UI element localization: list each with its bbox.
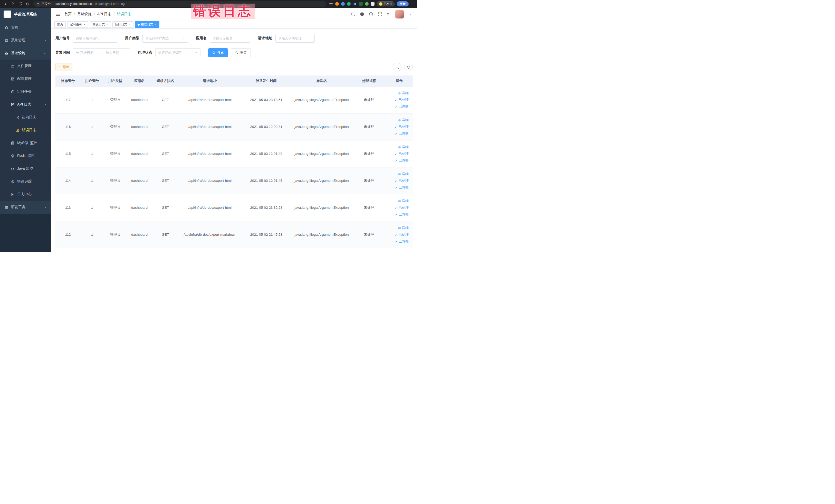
avatar[interactable] [395, 10, 404, 19]
mark-processed-link[interactable]: 已处理 [387, 123, 409, 130]
date-range-picker[interactable]: - [73, 48, 130, 57]
eye-icon [398, 119, 401, 122]
close-icon[interactable] [155, 23, 157, 26]
request-url-field[interactable] [278, 37, 312, 40]
sidebar-item-infra[interactable]: 基础设施 [0, 47, 51, 60]
toggle-search-button[interactable] [393, 63, 402, 72]
tab-error-log[interactable]: 错误日志 [135, 21, 159, 28]
detail-link[interactable]: 详细 [387, 144, 409, 150]
app-name-input[interactable] [210, 34, 250, 43]
table-header-row: 日志编号 用户编号 用户类型 应用名 请求方法名 请求地址 异常发生时间 异常名… [56, 76, 413, 86]
detail-link[interactable]: 详细 [387, 90, 409, 97]
extension-icon-leaf[interactable] [365, 2, 369, 6]
extension-icon-blue[interactable] [341, 2, 345, 6]
sidebar-item-java-monitor[interactable]: Java 监控 [0, 162, 51, 175]
process-status-select[interactable]: 请选择处理状态 [155, 48, 201, 57]
detail-link[interactable]: 详细 [387, 171, 409, 177]
mark-ignored-link[interactable]: 已忽略 [387, 130, 409, 137]
browser-menu-kebab-icon[interactable] [411, 2, 415, 6]
close-icon[interactable] [83, 23, 86, 26]
tab-schedule-log[interactable]: 调度日志 [90, 21, 111, 28]
ignored-link-label: 已忽略 [399, 239, 409, 243]
extension-grid-icon[interactable] [353, 2, 357, 6]
search-button[interactable]: 搜索 [208, 48, 228, 57]
app-title: 芋道管理系统 [14, 12, 37, 17]
sidebar-item-system[interactable]: 系统管理 [0, 34, 51, 47]
extensions-puzzle-icon[interactable] [371, 2, 374, 6]
export-button[interactable]: 导出 [56, 63, 73, 71]
search-icon[interactable] [351, 12, 355, 16]
end-date-field[interactable] [106, 51, 127, 55]
sidebar-logo[interactable]: 芋道管理系统 [0, 8, 51, 21]
breadcrumb-infra[interactable]: 基础设施 [77, 12, 95, 16]
refresh-table-button[interactable] [404, 63, 413, 72]
user-type-select[interactable]: 请选择用户类型 [142, 34, 188, 43]
sidebar-item-file-manage[interactable]: 文件管理 [0, 60, 51, 73]
ignored-link-label: 已忽略 [399, 132, 409, 135]
start-date-field[interactable] [80, 51, 102, 55]
detail-link[interactable]: 详细 [387, 198, 409, 204]
bookmark-star-icon[interactable] [329, 2, 333, 6]
extension-icon-orange[interactable] [335, 2, 339, 6]
cell-user-type: 管理员 [104, 86, 127, 113]
mark-ignored-link[interactable]: 已忽略 [387, 238, 409, 245]
sidebar-item-devtools[interactable]: 研发工具 [0, 201, 51, 214]
sidebar-item-mysql-monitor[interactable]: MySQL 监控 [0, 137, 51, 149]
detail-link[interactable]: 详细 [387, 117, 409, 123]
extension-icon-green[interactable] [347, 2, 351, 6]
fullscreen-icon[interactable] [378, 12, 382, 16]
cell-user-type: 管理员 [104, 113, 127, 140]
breadcrumb-home[interactable]: 首页 [64, 12, 75, 16]
address-bar[interactable]: 不安全 dashboard.yudao.iocoder.cn/infra/log… [33, 1, 326, 7]
sidebar-item-redis-monitor[interactable]: Redis 监控 [0, 149, 51, 162]
mark-processed-link[interactable]: 已处理 [387, 97, 409, 103]
mark-processed-link[interactable]: 已处理 [387, 150, 409, 157]
reload-icon[interactable] [17, 1, 23, 7]
mark-ignored-link[interactable]: 已忽略 [387, 184, 409, 191]
mark-processed-link[interactable]: 已处理 [387, 177, 409, 184]
logo-avatar [4, 11, 11, 18]
user-id-input[interactable] [73, 34, 117, 43]
browser-home-icon[interactable] [24, 1, 30, 7]
extension-icon-on-badge[interactable] [359, 2, 363, 6]
sidebar-item-access-log[interactable]: 访问日志 [0, 111, 51, 124]
back-icon[interactable] [3, 1, 9, 7]
sidebar-item-api-log[interactable]: API 日志 [0, 98, 51, 111]
sidebar-item-label: 研发工具 [11, 205, 25, 209]
caret-down-icon[interactable] [408, 12, 413, 16]
mark-processed-link[interactable]: 已处理 [387, 231, 409, 238]
sidebar-item-log-center[interactable]: 日志中心 [0, 188, 51, 201]
cell-process-status: 未处理 [352, 113, 386, 140]
tab-home[interactable]: 首页 [55, 21, 66, 28]
tab-access-log[interactable]: 访问日志 [113, 21, 134, 28]
mark-ignored-link[interactable]: 已忽略 [387, 103, 409, 110]
close-icon[interactable] [106, 23, 108, 26]
cell-actions: 详细 已处理 已忽略 [386, 167, 413, 194]
breadcrumb-api-log[interactable]: API 日志 [97, 12, 115, 16]
forward-icon[interactable] [10, 1, 16, 7]
profile-paused-chip[interactable]: 已暂停 [377, 1, 394, 6]
user-id-field[interactable] [76, 37, 115, 40]
cell-exception-time: 2021-05-03 12:01:49 [241, 140, 291, 167]
close-icon[interactable] [128, 23, 131, 26]
help-icon[interactable] [369, 12, 373, 16]
tab-scheduled-job[interactable]: 定时任务 [67, 21, 88, 28]
github-icon[interactable] [360, 12, 364, 16]
sidebar-item-home[interactable]: 首页 [0, 21, 51, 34]
app-name-field[interactable] [212, 37, 247, 40]
sidebar-item-config-manage[interactable]: 配置管理 [0, 73, 51, 85]
col-app-name: 应用名 [127, 76, 152, 86]
reset-button[interactable]: 重置 [231, 48, 251, 57]
cell-process-status: 未处理 [352, 140, 386, 167]
sidebar-item-error-log[interactable]: 错误日志 [0, 124, 51, 137]
mark-processed-link[interactable]: 已处理 [387, 204, 409, 211]
request-url-input[interactable] [276, 34, 315, 43]
sidebar-item-scheduled-job[interactable]: 定时任务 [0, 85, 51, 98]
sidebar-item-trace[interactable]: 链路追踪 [0, 175, 51, 188]
mark-ignored-link[interactable]: 已忽略 [387, 211, 409, 218]
font-size-icon[interactable]: TT [387, 12, 391, 16]
mark-ignored-link[interactable]: 已忽略 [387, 157, 409, 164]
detail-link[interactable]: 详细 [387, 225, 409, 231]
collapse-sidebar-icon[interactable] [56, 12, 60, 17]
browser-update-button[interactable]: 更新 [397, 1, 409, 6]
